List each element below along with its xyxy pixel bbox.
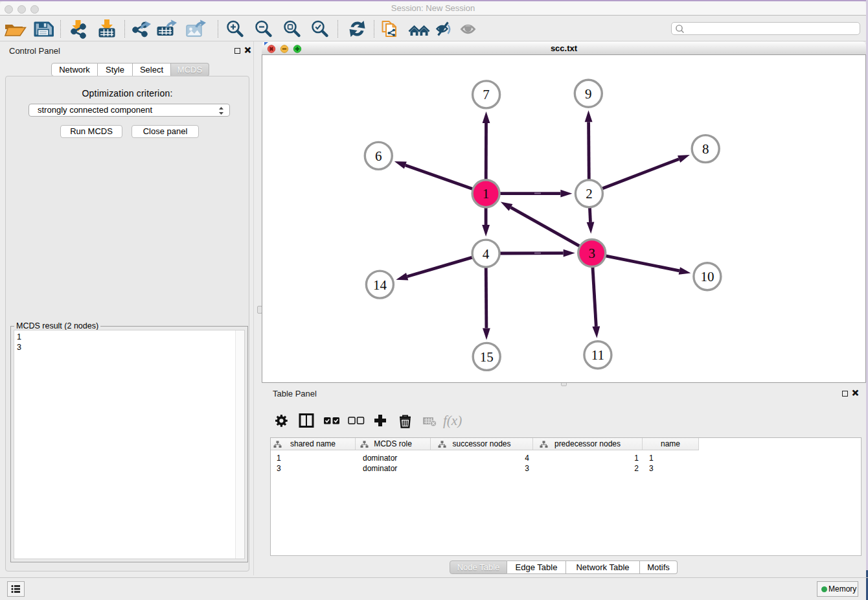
svg-text:9: 9: [585, 86, 592, 102]
svg-text:14: 14: [373, 277, 387, 293]
svg-text:15: 15: [480, 349, 494, 365]
svg-text:4: 4: [483, 246, 490, 262]
svg-text:f(x): f(x): [443, 413, 462, 428]
svg-text:7: 7: [483, 87, 490, 102]
svg-text:6: 6: [375, 148, 382, 164]
svg-text:10: 10: [700, 269, 714, 284]
svg-text:1: 1: [483, 186, 490, 202]
svg-text:11: 11: [591, 347, 604, 363]
svg-text:2: 2: [586, 186, 593, 202]
svg-text:8: 8: [702, 141, 709, 157]
svg-text:3: 3: [588, 246, 595, 261]
